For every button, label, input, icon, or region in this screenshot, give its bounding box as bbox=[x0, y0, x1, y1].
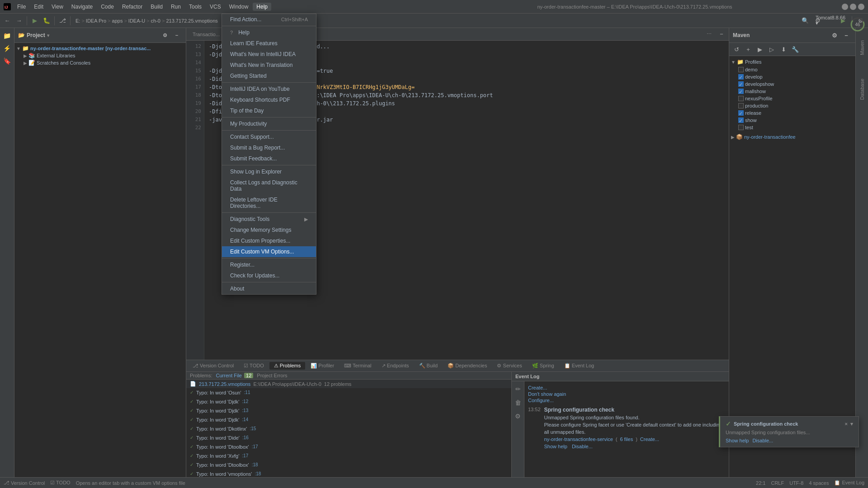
maven-project-item[interactable]: ▶ 📦 ny-order-transactionfee bbox=[731, 133, 854, 141]
tree-item-external-libs[interactable]: ▶ 📚 External Libraries bbox=[24, 52, 184, 59]
project-icon[interactable]: 📁 bbox=[1, 30, 13, 42]
project-errors-tab[interactable]: Project Errors bbox=[257, 373, 287, 378]
cpu-memory-indicator[interactable]: 46 bbox=[849, 16, 866, 33]
line-sep-status[interactable]: CRLF bbox=[771, 480, 784, 486]
notification-expand-icon[interactable]: ▾ bbox=[850, 421, 853, 427]
menu-check-updates[interactable]: Check for Updates... bbox=[222, 270, 316, 281]
menu-whats-new-translation[interactable]: What's New in Translation bbox=[222, 60, 316, 70]
indent-status[interactable]: 4 spaces bbox=[809, 480, 829, 486]
menu-navigate[interactable]: Navigate bbox=[68, 3, 96, 11]
tab-minimize-icon[interactable]: − bbox=[716, 29, 727, 40]
menu-help-item[interactable]: ? Help bbox=[222, 27, 316, 38]
menu-submit-feedback[interactable]: Submit Feedback... bbox=[222, 153, 316, 164]
tab-profiler[interactable]: 📊 Profiler bbox=[306, 362, 339, 370]
menu-build[interactable]: Build bbox=[147, 3, 166, 11]
problem-6[interactable]: ✓ Typo: In word 'Dide' :16 bbox=[186, 433, 511, 442]
current-file-tab[interactable]: Current File 12 bbox=[216, 373, 254, 378]
download-once-link[interactable]: Create... bbox=[528, 385, 725, 390]
menu-window[interactable]: Window bbox=[226, 3, 252, 11]
service-link[interactable]: ny-order-transactionfee-service bbox=[544, 436, 613, 442]
demo-checkbox[interactable] bbox=[738, 67, 744, 72]
back-button[interactable]: ← bbox=[2, 15, 13, 26]
menu-collect-logs[interactable]: Collect Logs and Diagnostic Data bbox=[222, 177, 316, 194]
tab-event-log[interactable]: 📋 Event Log bbox=[560, 362, 599, 370]
tab-version-control[interactable]: ⎇ Version Control bbox=[188, 362, 238, 370]
notification-disable[interactable]: Disable... bbox=[752, 438, 773, 443]
maven-profile-developshow[interactable]: ✓ developshow bbox=[738, 80, 854, 88]
bookmarks-icon[interactable]: 🔖 bbox=[1, 55, 13, 67]
release-checkbox[interactable]: ✓ bbox=[738, 110, 744, 116]
menu-about[interactable]: About bbox=[222, 283, 316, 294]
maven-profile-demo[interactable]: demo bbox=[738, 66, 854, 73]
tab-services[interactable]: ⚙ Services bbox=[492, 362, 526, 370]
files-link[interactable]: 6 files bbox=[620, 436, 633, 442]
tab-terminal[interactable]: ⌨ Terminal bbox=[340, 362, 376, 370]
event-pencil-icon[interactable]: ✏ bbox=[512, 383, 524, 395]
configure-link[interactable]: Configure... bbox=[528, 398, 725, 403]
todo-status[interactable]: ☑ TODO bbox=[50, 480, 70, 486]
tab-todo[interactable]: ☑ TODO bbox=[239, 362, 268, 370]
production-checkbox[interactable] bbox=[738, 103, 744, 108]
maven-profile-nexus[interactable]: nexusProfile bbox=[738, 95, 854, 102]
menu-contact-support[interactable]: Contact Support... bbox=[222, 131, 316, 142]
create-link[interactable]: Create... bbox=[640, 436, 659, 442]
menu-code[interactable]: Code bbox=[97, 3, 118, 11]
tab-build[interactable]: 🔨 Build bbox=[415, 362, 443, 370]
project-minimize-icon[interactable]: − bbox=[171, 30, 182, 41]
event-trash-icon[interactable]: 🗑 bbox=[512, 397, 524, 408]
notification-close-button[interactable]: × bbox=[845, 421, 848, 427]
search-everywhere-button[interactable]: 🔍 bbox=[800, 15, 811, 26]
nexus-checkbox[interactable] bbox=[738, 96, 744, 101]
problem-8[interactable]: ✓ Typo: In word 'Xvfg' :17 bbox=[186, 451, 511, 460]
menu-register[interactable]: Register... bbox=[222, 259, 316, 270]
menu-whats-new-intellij[interactable]: What's New in IntelliJ IDEA bbox=[222, 49, 316, 60]
menu-tip-of-day[interactable]: Tip of the Day bbox=[222, 105, 316, 116]
database-strip-label[interactable]: Database bbox=[859, 71, 865, 108]
project-gear-icon[interactable]: ⚙ bbox=[160, 30, 170, 41]
tab-problems[interactable]: ⚠ Problems bbox=[269, 362, 306, 370]
maven-profile-release[interactable]: ✓ release bbox=[738, 109, 854, 117]
menu-getting-started[interactable]: Getting Started bbox=[222, 70, 316, 81]
maven-profile-show[interactable]: ✓ show bbox=[738, 117, 854, 124]
menu-vcs[interactable]: VCS bbox=[206, 3, 225, 11]
developshow-checkbox[interactable]: ✓ bbox=[738, 81, 744, 87]
show-help-link[interactable]: Show help bbox=[544, 444, 567, 449]
run-green-button[interactable]: ▶ bbox=[838, 15, 849, 26]
event-log-status[interactable]: 📋 Event Log bbox=[834, 480, 864, 486]
problem-9[interactable]: ✓ Typo: In word 'Dtoolbox' :18 bbox=[186, 460, 511, 469]
maximize-button[interactable]: □ bbox=[850, 4, 856, 10]
maven-generate-icon[interactable]: 🔧 bbox=[790, 44, 801, 55]
line-col-status[interactable]: 22:1 bbox=[756, 480, 765, 486]
menu-tools[interactable]: Tools bbox=[185, 3, 205, 11]
develop-checkbox[interactable]: ✓ bbox=[738, 74, 744, 80]
menu-help[interactable]: Help bbox=[253, 3, 271, 11]
menu-find-action[interactable]: Find Action... Ctrl+Shift+A bbox=[222, 14, 316, 25]
menu-file[interactable]: File bbox=[14, 3, 29, 11]
show-checkbox[interactable]: ✓ bbox=[738, 117, 744, 123]
maven-profile-production[interactable]: production bbox=[738, 102, 854, 109]
tab-gear-icon[interactable]: ⋯ bbox=[703, 29, 714, 40]
problem-4[interactable]: ✓ Typo: In word 'Djdk' :14 bbox=[186, 415, 511, 424]
project-dropdown-icon[interactable]: ▾ bbox=[47, 33, 49, 38]
menu-submit-bug[interactable]: Submit a Bug Report... bbox=[222, 142, 316, 153]
dont-show-link[interactable]: Don't show again bbox=[528, 391, 725, 397]
problem-7[interactable]: ✓ Typo: In word 'Dtoolbox' :17 bbox=[186, 442, 511, 451]
menu-edit-custom-props[interactable]: Edit Custom Properties... bbox=[222, 235, 316, 246]
close-button[interactable]: × bbox=[858, 4, 864, 10]
menu-refactor[interactable]: Refactor bbox=[118, 3, 146, 11]
maven-profile-test[interactable]: test bbox=[738, 124, 854, 131]
tab-spring[interactable]: 🌿 Spring bbox=[528, 362, 559, 370]
event-settings-icon[interactable]: ⚙ bbox=[512, 410, 524, 422]
problem-1[interactable]: ✓ Typo: In word 'Osun' :11 bbox=[186, 388, 511, 397]
run-config-button[interactable]: Tomcat8.8.66 ▾ bbox=[825, 15, 836, 26]
maven-profile-develop[interactable]: ✓ develop bbox=[738, 73, 854, 80]
menu-my-productivity[interactable]: My Productivity bbox=[222, 118, 316, 129]
menu-delete-leftover[interactable]: Delete Leftover IDE Directories... bbox=[222, 194, 316, 211]
notification-show-help[interactable]: Show help bbox=[726, 438, 749, 443]
menu-learn-ide[interactable]: Learn IDE Features bbox=[222, 38, 316, 49]
test-checkbox[interactable] bbox=[738, 125, 744, 130]
tab-dependencies[interactable]: 📦 Dependencies bbox=[443, 362, 491, 370]
maven-profile-mallshow[interactable]: ✓ mallshow bbox=[738, 88, 854, 95]
maven-run-icon[interactable]: ▶ bbox=[755, 44, 765, 55]
menu-show-log[interactable]: Show Log in Explorer bbox=[222, 166, 316, 177]
